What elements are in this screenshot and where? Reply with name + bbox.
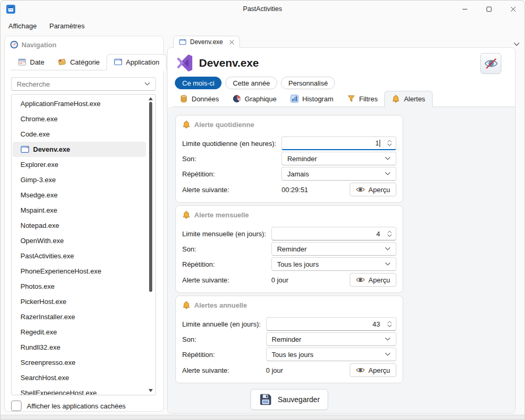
daily-limit-input[interactable]: 1 xyxy=(281,136,396,150)
tab-graphique[interactable]: Graphique xyxy=(226,91,284,107)
navigation-panel: Navigation Date Catégorie Application Re… xyxy=(4,36,164,412)
search-input[interactable]: Recherche xyxy=(11,77,156,91)
document-tab-close-icon[interactable] xyxy=(229,40,234,45)
app-name: OpenWith.exe xyxy=(20,237,64,245)
monthly-limit-input[interactable]: 4 xyxy=(271,227,396,240)
main-tabstrip: Données Graphique Histogram Filtres xyxy=(173,92,515,107)
histogram-icon xyxy=(290,94,299,103)
tab-categorie[interactable]: Catégorie xyxy=(51,55,106,70)
app-list-item[interactable]: Regedit.exe xyxy=(13,324,146,340)
app-list-item[interactable]: Code.exe xyxy=(13,127,146,142)
annual-limit-spinner[interactable] xyxy=(387,318,392,330)
daily-alert-title: Alerte quotidienne xyxy=(194,121,254,129)
app-list-item[interactable]: OpenWith.exe xyxy=(13,233,146,248)
spin-up-icon xyxy=(387,140,392,143)
daily-preview-label: Aperçu xyxy=(369,186,390,194)
minimize-button[interactable] xyxy=(453,0,477,18)
tab-categorie-label: Catégorie xyxy=(70,58,99,66)
app-list-item[interactable]: ApplicationFrameHost.exe xyxy=(13,96,146,111)
annual-limit-value: 43 xyxy=(373,320,380,328)
app-list-item[interactable]: Gimp-3.exe xyxy=(13,172,146,187)
app-list-item[interactable]: Notepad.exe xyxy=(13,218,146,233)
annual-preview-button[interactable]: Aperçu xyxy=(350,363,396,377)
app-name: ApplicationFrameHost.exe xyxy=(20,100,100,108)
range-this-year-button[interactable]: Cette année xyxy=(225,77,277,89)
close-button[interactable] xyxy=(501,0,525,18)
hide-app-button[interactable] xyxy=(480,53,501,74)
daily-repeat-value: Jamais xyxy=(287,170,385,178)
save-button-label: Sauvegarder xyxy=(278,395,320,404)
tab-date[interactable]: Date xyxy=(11,55,51,70)
daily-preview-button[interactable]: Aperçu xyxy=(350,183,396,196)
annual-repeat-value: Tous les jours xyxy=(272,351,385,359)
monthly-sound-select[interactable]: Reminder xyxy=(271,242,396,256)
monthly-repeat-label: Répétition: xyxy=(182,260,266,268)
tab-histogram[interactable]: Histogram xyxy=(284,91,340,107)
show-hidden-apps-checkbox[interactable] xyxy=(11,401,22,411)
tab-filtres[interactable]: Filtres xyxy=(340,91,384,107)
tab-list-chevron-icon[interactable] xyxy=(513,39,520,49)
monthly-limit-spinner[interactable] xyxy=(387,227,392,240)
app-list-item[interactable]: Msedge.exe xyxy=(13,187,146,203)
app-list-item[interactable]: Mspaint.exe xyxy=(13,203,146,218)
annual-limit-label: Limite annuelle (en jours): xyxy=(182,320,261,328)
scrollbar-thumb[interactable] xyxy=(149,102,152,292)
chevron-down-icon xyxy=(385,156,391,161)
app-list-item[interactable]: Rundll32.exe xyxy=(13,340,146,355)
navigation-header: Navigation xyxy=(10,40,56,49)
app-list-item[interactable]: Screenpresso.exe xyxy=(13,355,146,370)
monthly-limit-value: 4 xyxy=(376,230,380,238)
monthly-preview-button[interactable]: Aperçu xyxy=(350,273,396,287)
compass-icon xyxy=(10,40,18,49)
tab-donnees[interactable]: Données xyxy=(173,91,226,107)
page-title: Devenv.exe xyxy=(199,57,259,69)
app-name: Devenv.exe xyxy=(33,145,70,153)
annual-repeat-select[interactable]: Tous les jours xyxy=(266,348,396,361)
app-list-item[interactable]: Devenv.exe xyxy=(13,142,146,157)
annual-limit-input[interactable]: 43 xyxy=(266,317,396,331)
daily-repeat-select[interactable]: Jamais xyxy=(281,167,396,181)
scroll-up-icon[interactable] xyxy=(148,96,154,101)
app-list-item[interactable]: PhoneExperienceHost.exe xyxy=(13,264,146,279)
app-list-item[interactable]: Photos.exe xyxy=(13,279,146,294)
scroll-down-icon[interactable] xyxy=(148,388,154,393)
eye-slash-icon xyxy=(484,58,498,69)
app-list-item[interactable]: RazerInstaller.exe xyxy=(13,309,146,324)
annual-next-label: Alerte suivante: xyxy=(182,366,261,374)
daily-sound-select[interactable]: Reminder xyxy=(281,152,396,165)
app-list: ApplicationFrameHost.exeChrome.exeCode.e… xyxy=(11,94,156,395)
app-list-item[interactable]: PickerHost.exe xyxy=(13,294,146,309)
annual-sound-value: Reminder xyxy=(272,335,385,343)
app-name: Msedge.exe xyxy=(20,191,58,199)
app-name: ShellExperienceHost.exe xyxy=(20,389,97,395)
bell-icon xyxy=(392,94,400,103)
app-list-item[interactable]: ShellExperienceHost.exe xyxy=(13,385,146,395)
save-button[interactable]: Sauvegarder xyxy=(250,389,328,410)
bell-icon xyxy=(182,120,191,129)
chevron-down-icon xyxy=(385,247,391,251)
tab-donnees-label: Données xyxy=(192,95,219,103)
range-this-month-button[interactable]: Ce mois-ci xyxy=(175,77,222,89)
tab-application-label: Application xyxy=(126,58,160,66)
chevron-down-icon xyxy=(385,337,391,341)
annual-sound-select[interactable]: Reminder xyxy=(266,332,396,346)
menu-parametres[interactable]: Paramètres xyxy=(43,20,91,32)
app-name: Code.exe xyxy=(20,130,50,138)
daily-limit-spinner[interactable] xyxy=(387,137,392,149)
visual-studio-icon xyxy=(175,53,195,73)
app-list-item[interactable]: Chrome.exe xyxy=(13,111,146,127)
monthly-repeat-value: Tous les jours xyxy=(277,260,385,268)
menu-affichage[interactable]: Affichage xyxy=(2,20,43,32)
app-name: Screenpresso.exe xyxy=(20,359,76,366)
tab-alertes[interactable]: Alertes xyxy=(384,91,432,107)
monthly-next-label: Alerte suivante: xyxy=(182,276,266,284)
document-tab-devenv[interactable]: Devenv.exe xyxy=(173,36,240,48)
daily-next-value: 00:29:51 xyxy=(281,186,350,194)
monthly-repeat-select[interactable]: Tous les jours xyxy=(271,257,396,271)
app-list-item[interactable]: Explorer.exe xyxy=(13,157,146,172)
tab-application[interactable]: Application xyxy=(107,54,167,70)
maximize-button[interactable] xyxy=(477,0,501,18)
app-list-item[interactable]: SearchHost.exe xyxy=(13,370,146,385)
range-custom-button[interactable]: Personnalisé xyxy=(281,77,335,89)
app-list-item[interactable]: PastActivities.exe xyxy=(13,248,146,264)
